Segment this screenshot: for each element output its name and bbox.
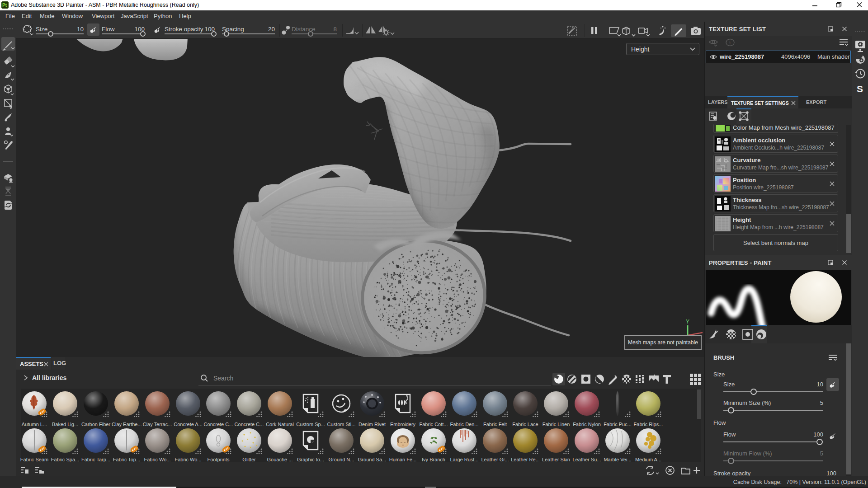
svg-text:Y: Y <box>686 319 689 325</box>
svg-text:Pt: Pt <box>2 3 7 8</box>
svg-text:S: S <box>857 84 863 94</box>
svg-text:1: 1 <box>729 41 731 45</box>
